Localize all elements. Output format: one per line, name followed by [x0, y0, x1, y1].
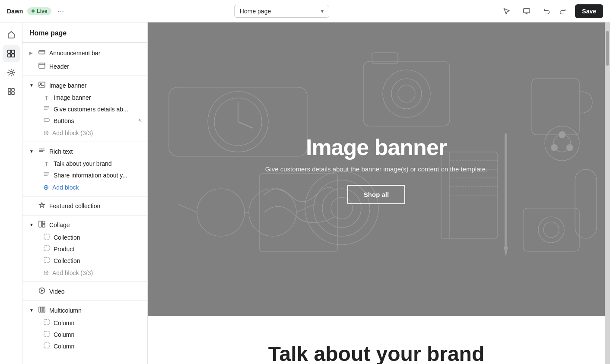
right-scrollbar[interactable] — [605, 22, 610, 364]
box-icon — [43, 245, 50, 253]
svg-rect-30 — [42, 225, 45, 227]
sidebar-child-column-3[interactable]: Column — [22, 340, 147, 352]
undo-redo-group — [539, 3, 571, 19]
svg-point-80 — [551, 144, 558, 151]
svg-rect-47 — [363, 61, 450, 126]
add-block-image-banner: ⊕ Add block (3/3) — [22, 127, 147, 139]
sidebar-child-image-banner-block[interactable]: T Image banner — [22, 92, 147, 103]
selection-tool-button[interactable] — [499, 3, 515, 19]
collage-label: Collage — [49, 222, 142, 228]
svg-rect-40 — [44, 331, 49, 336]
sidebar-child-product[interactable]: Product — [22, 243, 147, 255]
toggle-icon: ▼ — [29, 222, 35, 227]
sidebar-child-share-info[interactable]: Share information about y... — [22, 169, 147, 181]
add-block-rich-text-label[interactable]: Add block — [52, 184, 79, 191]
svg-point-17 — [40, 83, 41, 85]
more-options-button[interactable]: ··· — [57, 6, 64, 16]
desktop-preview-button[interactable] — [519, 3, 534, 19]
svg-rect-71 — [532, 79, 579, 135]
banner-subtitle: Give customers details about the banner … — [265, 165, 487, 173]
topbar-left: Dawn Live ··· — [7, 6, 64, 16]
svg-point-65 — [197, 189, 245, 236]
svg-point-74 — [543, 222, 559, 237]
add-block-rich-text[interactable]: ⊕ Add block — [22, 181, 147, 193]
redo-button[interactable] — [555, 3, 571, 19]
sidebar-item-image-banner[interactable]: ▼ Image banner — [22, 79, 147, 92]
svg-rect-9 — [12, 89, 14, 91]
shop-all-button[interactable]: Shop all — [347, 185, 405, 204]
toggle-icon: ▼ — [29, 308, 35, 313]
cursor-icon: ↖ — [138, 118, 142, 123]
add-icon: ⊕ — [43, 129, 49, 137]
box-icon — [43, 234, 50, 241]
svg-point-79 — [566, 144, 573, 151]
header-label: Header — [49, 63, 142, 70]
sidebar-item-header[interactable]: ▶ Header — [22, 60, 147, 73]
svg-rect-31 — [44, 234, 49, 239]
sidebar-item-featured-collection[interactable]: ▶ Featured collection — [22, 199, 147, 212]
box-icon — [43, 331, 50, 338]
undo-button[interactable] — [539, 3, 554, 19]
svg-rect-38 — [43, 307, 45, 312]
panel-header: Home page — [22, 22, 147, 43]
video-label: Video — [49, 288, 142, 295]
svg-rect-8 — [8, 89, 11, 91]
blocks-icon-button[interactable] — [3, 83, 20, 100]
column-2-label: Column — [54, 331, 142, 338]
add-block-collage: ⊕ Add block (3/3) — [22, 266, 147, 279]
below-banner-section: Talk about your brand — [148, 316, 605, 364]
toggle-icon: ▼ — [29, 149, 35, 154]
image-banner-icon — [38, 81, 46, 89]
product-label: Product — [54, 246, 142, 253]
sections-icon-button[interactable] — [3, 45, 20, 62]
home-icon-button[interactable] — [3, 26, 20, 43]
sidebar-child-collection-1[interactable]: Collection — [22, 231, 147, 243]
svg-rect-21 — [44, 119, 49, 121]
sidebar-item-collage[interactable]: ▼ Collage — [22, 218, 147, 231]
sidebar-child-column-1[interactable]: Column — [22, 317, 147, 329]
buttons-icon — [43, 117, 50, 124]
sidebar-child-column-2[interactable]: Column — [22, 329, 147, 340]
sidebar-child-talk-about[interactable]: T Talk about your brand — [22, 158, 147, 169]
header-icon — [38, 62, 46, 70]
column-1-label: Column — [54, 320, 142, 326]
banner-text-overlay: Image banner Give customers details abou… — [265, 134, 487, 204]
column-3-label: Column — [54, 343, 142, 350]
text-icon: T — [43, 161, 50, 167]
add-block-image-banner-label: Add block (3/3) — [52, 130, 93, 136]
icon-sidebar — [0, 22, 22, 364]
svg-rect-28 — [39, 221, 41, 227]
svg-rect-39 — [44, 320, 49, 325]
theme-icon-button[interactable] — [3, 64, 20, 81]
divider-1 — [22, 76, 147, 76]
svg-rect-51 — [372, 53, 398, 63]
svg-point-48 — [383, 70, 430, 117]
add-blue-icon[interactable]: ⊕ — [43, 183, 49, 191]
divider-2 — [22, 142, 147, 142]
sidebar-item-announcement-bar[interactable]: ▶ Announcement bar — [22, 46, 147, 60]
sidebar-item-video[interactable]: ▶ Video — [22, 285, 147, 298]
save-button[interactable]: Save — [575, 4, 603, 18]
live-badge: Live — [27, 7, 51, 15]
image-banner-block-label: Image banner — [54, 94, 142, 101]
scrollbar-thumb[interactable] — [606, 31, 609, 66]
sidebar-item-rich-text[interactable]: ▼ Rich text — [22, 145, 147, 158]
theme-name: Dawn — [7, 8, 23, 15]
sidebar-child-give-customers[interactable]: Give customers details ab... — [22, 103, 147, 115]
sidebar-child-collection-2[interactable]: Collection — [22, 255, 147, 266]
rich-text-label: Rich text — [49, 148, 142, 155]
svg-point-73 — [538, 217, 564, 243]
svg-rect-5 — [8, 54, 11, 57]
announcement-bar-label: Announcement bar — [49, 50, 142, 57]
canvas-area: Image banner Give customers details abou… — [148, 22, 605, 364]
sidebar-child-buttons[interactable]: Buttons ↖ — [22, 115, 147, 127]
main-layout: Home page ▶ Announcement bar ▶ Header — [0, 22, 610, 364]
svg-rect-75 — [575, 169, 597, 238]
talk-about-label: Talk about your brand — [54, 160, 142, 167]
page-selector[interactable]: Home page ▾ — [234, 5, 329, 18]
buttons-label: Buttons — [54, 117, 133, 124]
image-banner-label: Image banner — [49, 82, 142, 89]
sidebar-item-multicolumn[interactable]: ▼ Multicolumn — [22, 304, 147, 317]
text-icon: T — [43, 95, 50, 101]
svg-marker-35 — [41, 289, 44, 292]
